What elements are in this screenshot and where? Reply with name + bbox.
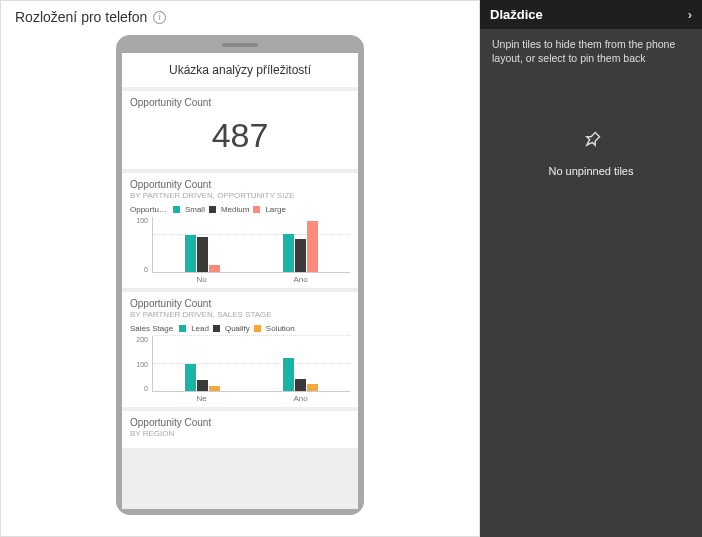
x-tick: Ano <box>251 394 350 403</box>
legend-axis-label: Sales Stage <box>130 324 173 333</box>
tile-subtitle: BY REGION <box>130 429 350 438</box>
legend-axis-label: Opportu… <box>130 205 167 214</box>
tiles-panel: Dlaždice › Unpin tiles to hide them from… <box>480 0 702 537</box>
y-axis: 100 0 <box>130 217 148 273</box>
bar <box>295 239 306 272</box>
bar <box>197 237 208 272</box>
plot <box>152 217 350 273</box>
legend-item: Medium <box>221 205 249 214</box>
bar-group <box>153 336 252 391</box>
bar-group <box>252 217 351 272</box>
empty-state: No unpinned tiles <box>480 129 702 177</box>
bar <box>295 379 306 391</box>
legend-item: Large <box>265 205 285 214</box>
phone-frame: Ukázka analýzy příležitostí Opportunity … <box>116 35 364 515</box>
bar <box>185 235 196 272</box>
tile-opportunity-by-size[interactable]: Opportunity Count BY PARTNER DRIVEN, OPP… <box>122 173 358 288</box>
y-tick: 100 <box>130 217 148 224</box>
plot <box>152 336 350 392</box>
swatch-medium <box>209 206 216 213</box>
chart-legend: Opportu… Small Medium Large <box>130 205 350 214</box>
bar <box>283 234 294 273</box>
tile-title: Opportunity Count <box>130 97 350 108</box>
main-area: Rozložení pro telefon i Ukázka analýzy p… <box>0 0 480 537</box>
x-tick: Ne <box>152 394 251 403</box>
phone-screen: Ukázka analýzy příležitostí Opportunity … <box>122 53 358 509</box>
bar <box>307 384 318 391</box>
legend-item: Qualify <box>225 324 250 333</box>
bar-group <box>252 336 351 391</box>
legend-item: Small <box>185 205 205 214</box>
tile-opportunity-count-card[interactable]: Opportunity Count 487 <box>122 91 358 169</box>
tile-title: Opportunity Count <box>130 298 350 309</box>
x-axis-labels: NoAno <box>152 275 350 284</box>
swatch-lead <box>179 325 186 332</box>
phone-speaker <box>222 43 258 47</box>
bar <box>209 386 220 392</box>
swatch-solution <box>254 325 261 332</box>
swatch-large <box>253 206 260 213</box>
tile-opportunity-by-region[interactable]: Opportunity Count BY REGION <box>122 411 358 448</box>
y-tick: 0 <box>130 266 148 273</box>
chevron-right-icon: › <box>688 7 692 22</box>
legend-item: Solution <box>266 324 295 333</box>
empty-state-text: No unpinned tiles <box>480 165 702 177</box>
tiles-panel-header[interactable]: Dlaždice › <box>480 0 702 29</box>
pin-icon <box>579 129 603 157</box>
info-icon[interactable]: i <box>153 11 166 24</box>
x-tick: No <box>152 275 251 284</box>
phone-report-title: Ukázka analýzy příležitostí <box>122 53 358 87</box>
bar <box>197 380 208 391</box>
tile-title: Opportunity Count <box>130 179 350 190</box>
bar <box>307 221 318 272</box>
chart-legend: Sales Stage Lead Qualify Solution <box>130 324 350 333</box>
tile-opportunity-by-stage[interactable]: Opportunity Count BY PARTNER DRIVEN, SAL… <box>122 292 358 407</box>
legend-item: Lead <box>191 324 209 333</box>
bar <box>283 358 294 391</box>
swatch-small <box>173 206 180 213</box>
bar-group <box>153 217 252 272</box>
y-tick: 0 <box>130 385 148 392</box>
tile-subtitle: BY PARTNER DRIVEN, SALES STAGE <box>130 310 350 319</box>
page-title: Rozložení pro telefon <box>15 9 147 25</box>
y-axis: 200 100 0 <box>130 336 148 392</box>
tiles-panel-description: Unpin tiles to hide them from the phone … <box>480 29 702 73</box>
x-axis-labels: NeAno <box>152 394 350 403</box>
chart-area: 100 0 <box>130 217 350 273</box>
tiles-panel-title: Dlaždice <box>490 7 543 22</box>
tile-big-value: 487 <box>130 108 350 165</box>
swatch-qualify <box>213 325 220 332</box>
page-title-row: Rozložení pro telefon i <box>15 9 465 25</box>
bar <box>209 265 220 272</box>
y-tick: 100 <box>130 361 148 368</box>
x-tick: Ano <box>251 275 350 284</box>
tile-subtitle: BY PARTNER DRIVEN, OPPORTUNITY SIZE <box>130 191 350 200</box>
bar <box>185 364 196 392</box>
tile-title: Opportunity Count <box>130 417 350 428</box>
chart-area: 200 100 0 <box>130 336 350 392</box>
y-tick: 200 <box>130 336 148 343</box>
